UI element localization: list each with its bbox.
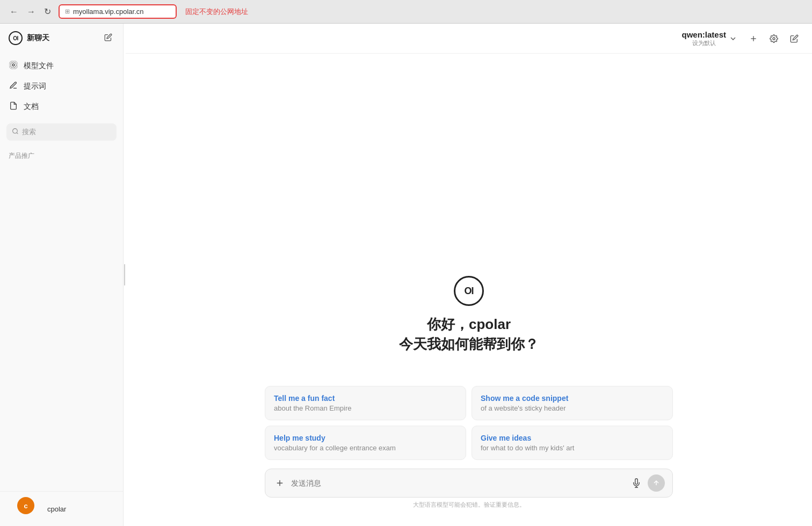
sidebar-item-prompts-label: 提示词 — [24, 82, 46, 91]
svg-point-7 — [773, 38, 775, 40]
new-chat-edit-button[interactable] — [102, 31, 114, 45]
chat-area: OI 你好，cpolar 今天我如何能帮到你？ Tell me a fun fa… — [126, 54, 812, 526]
sidebar-item-prompts[interactable]: 提示词 — [0, 76, 123, 97]
nav-buttons: ← → ↻ — [6, 4, 54, 19]
suggestion-card-1[interactable]: Show me a code snippet of a website's st… — [472, 386, 673, 420]
user-name: cpolar — [47, 505, 66, 513]
welcome-logo: OI — [454, 276, 484, 306]
search-placeholder: 搜索 — [22, 127, 36, 137]
svg-point-0 — [12, 64, 15, 66]
main-header: qwen:latest 设为默认 — [126, 24, 812, 54]
model-selector: qwen:latest 设为默认 — [682, 30, 726, 47]
add-button[interactable] — [746, 32, 760, 46]
sidebar-item-docs-label: 文档 — [24, 102, 39, 112]
svg-point-3 — [13, 129, 18, 134]
resize-indicator — [0, 448, 123, 491]
suggestion-title-0: Tell me a fun fact — [274, 394, 457, 403]
settings-button[interactable] — [767, 32, 781, 46]
suggestion-title-1: Show me a code snippet — [481, 394, 664, 403]
model-default-label: 设为默认 — [692, 39, 716, 47]
avatar: c — [17, 497, 34, 514]
svg-line-4 — [17, 133, 18, 134]
sidebar-search[interactable]: 搜索 — [6, 123, 117, 141]
header-actions — [726, 32, 801, 46]
suggestion-subtitle-3: for what to do with my kids' art — [481, 444, 664, 452]
input-area: 大型语言模型可能会犯错。验证重要信息。 — [265, 469, 673, 515]
welcome-section: OI 你好，cpolar 今天我如何能帮到你？ — [399, 276, 539, 354]
sidebar-top: OI 新聊天 — [0, 24, 123, 54]
edit-chat-button[interactable] — [787, 32, 801, 46]
suggestion-subtitle-2: vocabulary for a college entrance exam — [274, 444, 457, 452]
suggestion-card-3[interactable]: Give me ideas for what to do with my kid… — [472, 426, 673, 460]
sidebar-item-model-files-label: 模型文件 — [24, 61, 54, 71]
welcome-line1: 你好，cpolar — [399, 315, 539, 334]
address-label: 固定不变的公网地址 — [185, 7, 248, 17]
sidebar: OI 新聊天 模型文件 — [0, 24, 124, 526]
search-icon — [12, 128, 19, 136]
suggestion-subtitle-1: of a website's sticky header — [481, 404, 664, 412]
welcome-line2: 今天我如何能帮到你？ — [399, 334, 539, 354]
input-disclaimer: 大型语言模型可能会犯错。验证重要信息。 — [265, 501, 673, 511]
model-name: qwen:latest — [682, 30, 726, 39]
sidebar-item-model-files[interactable]: 模型文件 — [0, 56, 123, 76]
sidebar-nav: 模型文件 提示词 文档 — [0, 54, 123, 119]
welcome-title: 你好，cpolar 今天我如何能帮到你？ — [399, 315, 539, 354]
oi-logo: OI — [9, 31, 23, 45]
sidebar-logo: OI 新聊天 — [9, 31, 49, 45]
suggestion-card-2[interactable]: Help me study vocabulary for a college e… — [265, 426, 466, 460]
url-text: myollama.vip.cpolar.cn — [73, 8, 144, 16]
prompts-icon — [9, 81, 18, 92]
app-container: OI 新聊天 模型文件 — [0, 24, 812, 526]
main-content: qwen:latest 设为默认 — [126, 24, 812, 526]
reload-button[interactable]: ↻ — [41, 4, 54, 19]
browser-chrome: ← → ↻ ⊞ myollama.vip.cpolar.cn 固定不变的公网地址 — [0, 0, 812, 24]
input-box — [265, 469, 673, 498]
send-button[interactable] — [648, 474, 665, 492]
forward-button[interactable]: → — [24, 5, 39, 19]
suggestion-title-2: Help me study — [274, 434, 457, 442]
section-label: 产品推广 — [0, 145, 123, 163]
user-info: c cpolar — [0, 491, 123, 526]
model-files-icon — [9, 61, 18, 71]
docs-icon — [9, 101, 18, 112]
chevron-down-button[interactable] — [726, 32, 740, 46]
attach-button[interactable] — [273, 477, 287, 489]
message-input[interactable] — [291, 479, 625, 487]
suggestion-card-0[interactable]: Tell me a fun fact about the Roman Empir… — [265, 386, 466, 420]
svg-point-1 — [11, 62, 17, 68]
new-chat-row: OI 新聊天 — [9, 31, 114, 45]
grid-icon: ⊞ — [65, 8, 70, 15]
sidebar-item-docs[interactable]: 文档 — [0, 97, 123, 117]
suggestion-cards: Tell me a fun fact about the Roman Empir… — [265, 386, 673, 460]
suggestion-subtitle-0: about the Roman Empire — [274, 404, 457, 412]
address-bar[interactable]: ⊞ myollama.vip.cpolar.cn — [59, 4, 177, 19]
microphone-button[interactable] — [629, 477, 643, 489]
back-button[interactable]: ← — [6, 5, 21, 19]
new-chat-label: 新聊天 — [27, 33, 49, 43]
suggestion-title-3: Give me ideas — [481, 434, 664, 442]
